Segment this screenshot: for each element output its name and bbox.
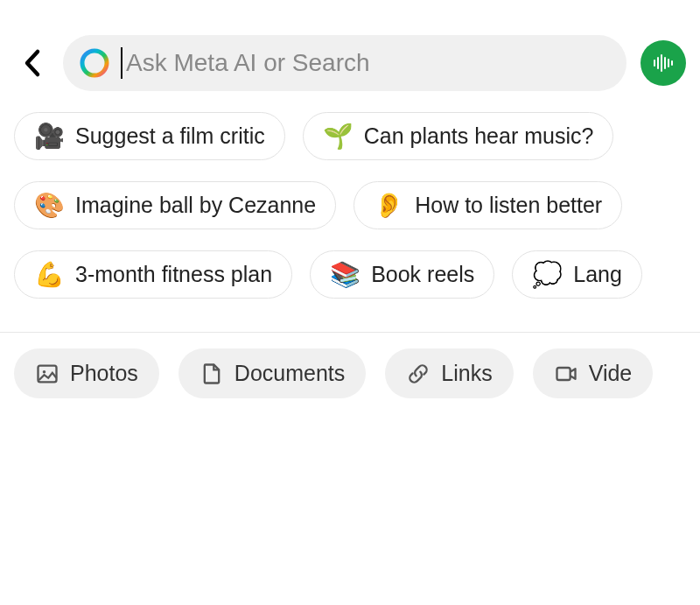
thought-bubble-icon: 💭: [532, 263, 563, 287]
svg-rect-4: [664, 57, 666, 69]
suggestion-chip[interactable]: 🌱 Can plants hear music?: [303, 112, 614, 160]
chevron-left-icon: [22, 48, 41, 78]
text-cursor: [121, 47, 122, 79]
svg-rect-5: [668, 59, 669, 67]
filter-label: Vide: [589, 361, 633, 386]
filter-photos[interactable]: Photos: [14, 348, 159, 398]
filter-videos[interactable]: Vide: [533, 348, 654, 398]
svg-rect-6: [671, 60, 673, 66]
back-button[interactable]: [14, 46, 49, 81]
filter-documents[interactable]: Documents: [178, 348, 366, 398]
filter-label: Photos: [70, 361, 138, 386]
video-icon: [554, 362, 578, 386]
flexed-biceps-icon: 💪: [34, 263, 65, 287]
svg-point-0: [82, 51, 107, 75]
filter-label: Documents: [234, 361, 345, 386]
suggestion-chip[interactable]: 📚 Book reels: [310, 250, 494, 299]
document-icon: [200, 362, 224, 386]
svg-rect-2: [657, 57, 659, 69]
search-bar[interactable]: Ask Meta AI or Search: [63, 35, 626, 91]
filter-label: Links: [441, 361, 492, 386]
seedling-icon: 🌱: [323, 124, 354, 149]
film-camera-icon: 🎥: [34, 124, 65, 149]
chip-label: Lang: [573, 262, 622, 287]
filter-links[interactable]: Links: [385, 348, 513, 398]
filter-row: Photos Documents Links Vide: [0, 333, 700, 414]
books-icon: 📚: [330, 263, 360, 287]
ear-icon: 👂: [374, 193, 404, 218]
svg-point-8: [43, 369, 46, 373]
svg-rect-3: [661, 54, 662, 72]
link-icon: [406, 362, 430, 386]
search-placeholder: Ask Meta AI or Search: [126, 49, 370, 77]
suggestion-chip[interactable]: 🎥 Suggest a film critic: [14, 112, 285, 160]
suggestion-chip[interactable]: 👂 How to listen better: [354, 181, 622, 229]
chip-label: Book reels: [371, 262, 474, 287]
palette-icon: 🎨: [34, 193, 65, 218]
suggestion-chip[interactable]: 🎨 Imagine ball by Cezanne: [14, 181, 336, 229]
waveform-icon: [651, 51, 676, 75]
chip-label: Suggest a film critic: [75, 123, 265, 149]
suggestion-chips: 🎥 Suggest a film critic 🌱 Can plants hea…: [0, 112, 700, 332]
suggestion-chip[interactable]: 💭 Lang: [512, 250, 642, 299]
meta-ai-icon: [79, 47, 110, 79]
chip-label: Can plants hear music?: [364, 123, 594, 149]
photo-icon: [35, 362, 60, 386]
chip-label: How to listen better: [415, 193, 602, 218]
svg-rect-9: [556, 368, 570, 380]
suggestion-chip[interactable]: 💪 3-month fitness plan: [14, 250, 292, 299]
voice-button[interactable]: [640, 40, 686, 86]
search-input[interactable]: Ask Meta AI or Search: [121, 35, 611, 91]
svg-rect-1: [654, 60, 655, 67]
chip-label: 3-month fitness plan: [75, 262, 272, 287]
chip-label: Imagine ball by Cezanne: [75, 193, 316, 218]
